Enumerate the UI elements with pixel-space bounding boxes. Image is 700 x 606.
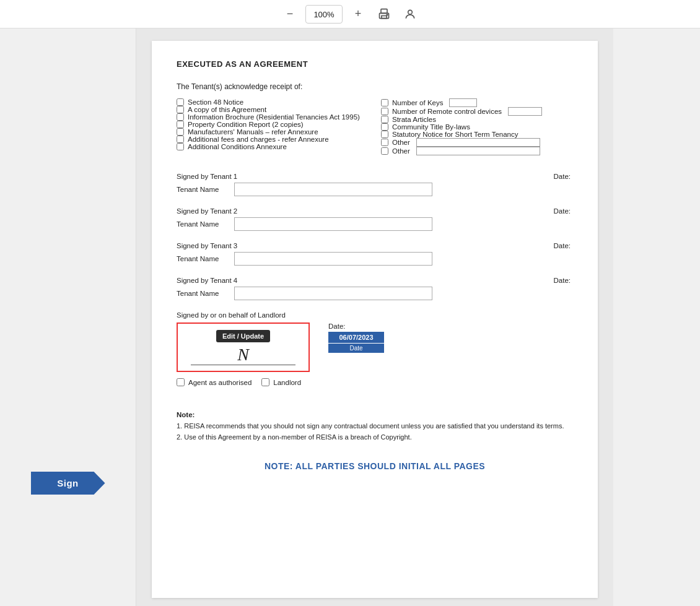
checkbox-info-brochure: Information Brochure (Residential Tenanc…: [177, 113, 369, 121]
svg-rect-0: [381, 9, 387, 13]
checkbox-info-brochure-label: Information Brochure (Residential Tenanc…: [188, 113, 360, 121]
executed-title: EXECUTED AS AN AGREEMENT: [177, 59, 573, 69]
checkbox-other-1-input[interactable]: [381, 139, 388, 146]
checkbox-property-condition-label: Property Condition Report (2 copies): [188, 121, 304, 128]
checkbox-remote-devices-label: Number of Remote control devices: [392, 108, 502, 115]
checkbox-additional-conditions-label: Additional Conditions Annexure: [188, 143, 287, 150]
checkbox-section48-input[interactable]: [177, 98, 184, 106]
tenant-2-section: Signed by Tenant 2 Date: Tenant Name: [177, 207, 573, 231]
checkbox-col-right: Number of Keys Number of Remote control …: [381, 98, 573, 155]
tenant-3-name-label: Tenant Name: [177, 255, 229, 262]
checkbox-strata-articles-input[interactable]: [381, 116, 388, 123]
landlord-section: Signed by or on behalf of Landlord Edit …: [177, 311, 573, 386]
landlord-date-block: Date: 06/07/2023 Date: [328, 322, 384, 353]
tenant-4-signed-label: Signed by Tenant 4: [177, 277, 237, 284]
tenant-1-section: Signed by Tenant 1 Date: Tenant Name: [177, 173, 573, 196]
tenant-2-signed-label: Signed by Tenant 2: [177, 207, 237, 215]
landlord-signature-underline: [191, 365, 295, 365]
checkbox-statutory-notice: Statutory Notice for Short Term Tenancy: [381, 131, 573, 138]
tenant-3-name-field[interactable]: [234, 252, 432, 266]
landlord-sig-row: Edit / Update N Date: 06/07/2023 Date: [177, 322, 573, 372]
main-content: EXECUTED AS AN AGREEMENT The Tenant(s) a…: [136, 28, 613, 606]
user-button[interactable]: [400, 4, 421, 25]
tenant-3-section: Signed by Tenant 3 Date: Tenant Name: [177, 242, 573, 266]
checkbox-statutory-notice-label: Statutory Notice for Short Term Tenancy: [392, 131, 518, 138]
checkbox-col-left: Section 48 Notice A copy of this Agreeme…: [177, 98, 369, 155]
tenant-1-name-field[interactable]: [234, 183, 432, 196]
landlord-label: Landlord: [273, 379, 301, 386]
checkbox-other-1-label: Other: [392, 139, 410, 146]
landlord-date-value: 06/07/2023: [339, 334, 373, 341]
tenant-4-date-label: Date:: [548, 277, 574, 284]
note-line-2: 2. Use of this Agreement by a non-member…: [177, 432, 573, 443]
checkbox-manufacturers-manuals: Manufacturers' Manuals – refer Annexure: [177, 128, 369, 136]
tenant-4-name-field[interactable]: [234, 287, 432, 300]
checkbox-property-condition: Property Condition Report (2 copies): [177, 121, 369, 128]
num-keys-field[interactable]: [449, 98, 477, 107]
checkbox-manufacturers-manuals-input[interactable]: [177, 128, 184, 136]
checkbox-remote-devices-input[interactable]: [381, 108, 388, 115]
svg-rect-2: [382, 15, 387, 18]
print-icon: [378, 8, 390, 20]
checkbox-additional-fees-input[interactable]: [177, 136, 184, 143]
acknowledge-title: The Tenant(s) acknowledge receipt of:: [177, 82, 573, 91]
checkbox-section48-label: Section 48 Notice: [188, 98, 243, 106]
tenant-4-section: Signed by Tenant 4 Date: Tenant Name: [177, 277, 573, 300]
checkbox-other-2-label: Other: [392, 147, 410, 155]
checkbox-num-keys-input[interactable]: [381, 99, 388, 106]
tenant-2-date-label: Date:: [548, 207, 574, 215]
sign-button[interactable]: Sign: [31, 472, 105, 495]
tenant-3-signed-label: Signed by Tenant 3: [177, 242, 237, 249]
checkbox-community-title-label: Community Title By-laws: [392, 123, 470, 131]
checkbox-other-2-input[interactable]: [381, 147, 388, 155]
svg-point-3: [387, 14, 388, 15]
checkbox-copy-agreement-input[interactable]: [177, 106, 184, 113]
tenant-2-name-field[interactable]: [234, 217, 432, 231]
checkbox-num-keys-label: Number of Keys: [392, 99, 443, 106]
zoom-out-button[interactable]: −: [279, 4, 300, 25]
checkbox-community-title: Community Title By-laws: [381, 123, 573, 131]
checkbox-community-title-input[interactable]: [381, 123, 388, 131]
note-line-1: 1. REISA recommends that you should not …: [177, 421, 573, 432]
tenant-3-date-label: Date:: [548, 242, 574, 249]
zoom-in-button[interactable]: +: [348, 4, 369, 25]
zoom-level-display: 100%: [305, 5, 343, 24]
landlord-checkbox[interactable]: [261, 378, 269, 386]
svg-point-4: [408, 10, 413, 14]
landlord-date-label: Date:: [328, 322, 346, 330]
other-1-field[interactable]: [416, 138, 540, 147]
edit-update-button[interactable]: Edit / Update: [216, 330, 270, 342]
checkbox-additional-fees: Additional fees and charges - refer Anne…: [177, 136, 369, 143]
tenant-4-name-label: Tenant Name: [177, 290, 229, 297]
agent-landlord-row: Agent as authorised Landlord: [177, 378, 573, 386]
checkbox-manufacturers-manuals-label: Manufacturers' Manuals – refer Annexure: [188, 128, 318, 136]
landlord-date-field: 06/07/2023: [328, 332, 384, 343]
remote-devices-field[interactable]: [508, 107, 542, 116]
checkbox-statutory-notice-input[interactable]: [381, 131, 388, 138]
checkbox-info-brochure-input[interactable]: [177, 113, 184, 121]
checkbox-copy-agreement: A copy of this Agreement: [177, 106, 369, 113]
checkbox-property-condition-input[interactable]: [177, 121, 184, 128]
checkbox-additional-fees-label: Additional fees and charges - refer Anne…: [188, 136, 329, 143]
landlord-signature-image: N: [237, 346, 249, 363]
tenant-1-name-label: Tenant Name: [177, 186, 229, 193]
tenant-2-name-label: Tenant Name: [177, 220, 229, 228]
print-button[interactable]: [374, 4, 395, 25]
checkbox-grid: Section 48 Notice A copy of this Agreeme…: [177, 98, 573, 155]
note-section: Note: 1. REISA recommends that you shoul…: [177, 411, 573, 443]
checkbox-strata-articles: Strata Articles: [381, 116, 573, 123]
landlord-date-badge: Date: [328, 344, 384, 353]
final-notice: NOTE: ALL PARTIES SHOULD INITIAL ALL PAG…: [177, 461, 573, 471]
left-sidebar: Sign: [0, 28, 136, 606]
other-2-field[interactable]: [416, 147, 540, 155]
checkbox-additional-conditions-input[interactable]: [177, 143, 184, 150]
agent-checkbox[interactable]: [177, 378, 185, 386]
landlord-signature-area: Edit / Update N: [177, 322, 310, 372]
document: EXECUTED AS AN AGREEMENT The Tenant(s) a…: [152, 41, 598, 598]
checkbox-other-1: Other: [381, 138, 573, 147]
toolbar: − 100% +: [0, 0, 700, 28]
checkbox-other-2: Other: [381, 147, 573, 155]
note-title: Note:: [177, 411, 573, 418]
checkbox-section48: Section 48 Notice: [177, 98, 369, 106]
checkbox-num-keys: Number of Keys: [381, 98, 573, 107]
